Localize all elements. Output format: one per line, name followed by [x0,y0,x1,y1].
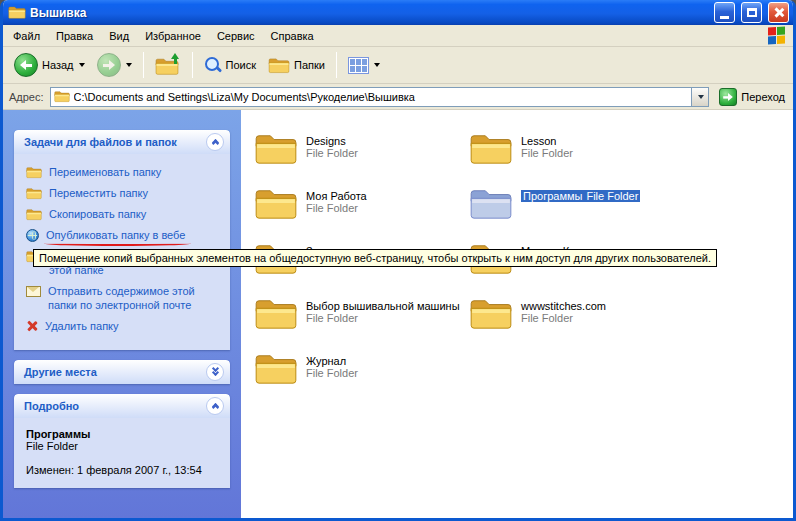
details-file-name: Программы [26,428,220,440]
collapse-chevron-icon[interactable] [206,397,224,415]
main-area: Задачи для файлов и папок Переименовать … [3,110,793,518]
window-title: Вышивка [30,6,708,20]
back-label: Назад [42,59,74,71]
panel-file-tasks: Задачи для файлов и папок Переименовать … [14,130,230,350]
menu-view[interactable]: Вид [101,27,137,45]
file-tasks-title: Задачи для файлов и папок [24,136,177,148]
up-folder-icon [155,54,181,76]
folder-icon-selected [469,187,513,221]
address-combo[interactable] [50,87,710,107]
close-button[interactable] [768,2,789,23]
other-places-title: Другие места [24,366,97,378]
folders-label: Папки [294,59,325,71]
address-bar: Адрес: Переход [3,84,793,110]
views-dropdown-icon[interactable] [374,63,380,67]
forward-dropdown-icon[interactable] [126,63,132,67]
address-dropdown-icon [698,95,704,99]
task-move-folder[interactable]: Переместить папку [26,186,224,200]
file-item[interactable]: Выбор вышивальной машиныFile Folder [254,297,469,352]
task-publish-folder-web[interactable]: Опубликовать папку в вебе [26,228,224,242]
folder-icon [254,352,298,386]
collapse-chevron-icon[interactable] [206,133,224,151]
folder-icon [469,297,513,331]
move-folder-icon [26,187,42,200]
back-button[interactable]: Назад [9,50,90,80]
menu-bar: Файл Правка Вид Избранное Сервис Справка [3,25,793,47]
menu-file[interactable]: Файл [5,27,48,45]
folders-button[interactable]: Папки [263,54,330,77]
search-label: Поиск [226,59,256,71]
address-input[interactable] [70,89,692,105]
windows-logo-icon [768,26,785,44]
menu-edit[interactable]: Правка [48,27,101,45]
panel-other-places: Другие места [14,360,230,384]
task-copy-folder[interactable]: Скопировать папку [26,207,224,221]
details-header[interactable]: Подробно [14,394,230,418]
folder-icon [469,132,513,166]
close-icon [773,7,784,18]
file-item[interactable]: LessonFile Folder [469,132,684,187]
forward-icon [97,53,121,77]
file-grid: DesignsFile Folder Моя РаботаFile Folder… [254,132,793,407]
panel-details: Подробно Программы File Folder Изменен: … [14,394,230,488]
address-folder-icon [54,90,70,103]
minimize-icon [720,16,729,19]
other-places-header[interactable]: Другие места [14,360,230,384]
views-button[interactable] [343,54,385,77]
forward-button[interactable] [92,50,137,80]
go-button[interactable]: Переход [715,86,789,108]
toolbar-separator [192,52,193,78]
window-folder-icon [8,5,26,20]
maximize-button[interactable] [741,2,762,23]
red-underline-annotation [44,241,191,246]
tooltip-publish-web: Помещение копий выбранных элементов на о… [33,249,717,267]
address-label: Адрес: [7,91,44,103]
email-icon [26,286,41,297]
task-pane: Задачи для файлов и папок Переименовать … [3,110,241,518]
views-icon [348,57,369,74]
back-icon [14,53,38,77]
search-button[interactable]: Поиск [199,53,261,77]
menu-favorites[interactable]: Избранное [137,27,209,45]
go-label: Переход [741,91,785,103]
file-item-selected[interactable]: ПрограммыFile Folder [469,187,684,242]
details-title: Подробно [24,400,79,412]
folder-icon [254,132,298,166]
search-icon [204,56,222,74]
file-list-area: DesignsFile Folder Моя РаботаFile Folder… [241,110,793,518]
details-file-type: File Folder [26,440,220,452]
task-rename-folder[interactable]: Переименовать папку [26,165,224,179]
expand-chevron-icon[interactable] [206,363,224,381]
menu-tools[interactable]: Сервис [209,27,263,45]
file-tasks-header[interactable]: Задачи для файлов и папок [14,130,230,154]
folder-icon [254,297,298,331]
file-item[interactable]: wwwstitches.comFile Folder [469,297,684,352]
up-button[interactable] [150,51,186,79]
file-item[interactable]: Моя РаботаFile Folder [254,187,469,242]
folder-icon [254,187,298,221]
task-email-folder[interactable]: Отправить содержимое этой папки по элект… [26,284,224,312]
toolbar-separator [336,52,337,78]
copy-folder-icon [26,208,42,221]
menu-help[interactable]: Справка [263,27,322,45]
minimize-button[interactable] [714,2,735,23]
publish-web-icon [26,229,39,242]
explorer-window: Вышивка Файл Правка Вид Избранное Сервис… [0,0,796,521]
folders-icon [268,57,290,74]
standard-buttons-toolbar: Назад Поиск Папки [3,47,793,84]
details-modified: Изменен: 1 февраля 2007 г., 13:54 [26,464,220,476]
rename-folder-icon [26,166,42,179]
toolbar-separator [143,52,144,78]
file-item[interactable]: DesignsFile Folder [254,132,469,187]
address-dropdown-button[interactable] [691,88,708,106]
details-body: Программы File Folder Изменен: 1 февраля… [14,418,230,488]
go-icon [719,88,737,106]
back-dropdown-icon[interactable] [79,63,85,67]
task-delete-folder[interactable]: Удалить папку [26,319,224,333]
delete-icon [26,320,38,332]
maximize-icon [747,8,757,17]
file-item[interactable]: ЖурналFile Folder [254,352,469,407]
title-bar[interactable]: Вышивка [3,0,793,25]
